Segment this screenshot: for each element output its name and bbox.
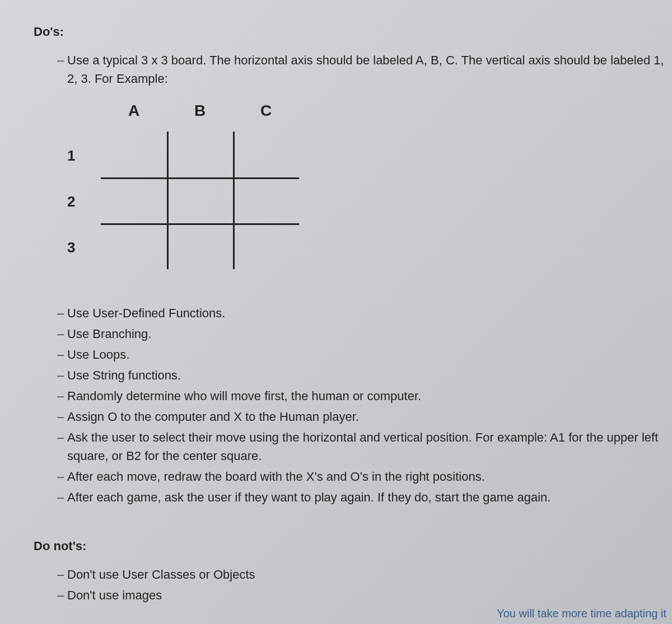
tic-tac-toe-grid: 1 2 3	[101, 132, 299, 269]
donot-item-text: Don't use User Classes or Objects	[67, 565, 672, 584]
list-item: – After each move, redraw the board with…	[57, 467, 672, 486]
col-header-b: B	[167, 99, 233, 123]
list-item: – Use String functions.	[57, 366, 672, 384]
do-item-text: Randomly determine who will move first, …	[67, 387, 672, 405]
do-item-text: Ask the user to select their move using …	[67, 428, 672, 465]
do-item-text: Use Loops.	[67, 345, 672, 364]
do-item-text: Use a typical 3 x 3 board. The horizonta…	[67, 51, 672, 88]
row-header-2: 2	[67, 191, 75, 213]
list-item: – After each game, ask the user if they …	[57, 488, 672, 506]
do-item-text: After each move, redraw the board with t…	[67, 467, 672, 486]
bullet-dash: –	[57, 304, 67, 322]
dos-heading: Do's:	[34, 22, 672, 41]
list-item: – Ask the user to select their move usin…	[57, 428, 672, 465]
bullet-dash: –	[57, 366, 67, 384]
list-item: – Randomly determine who will move first…	[57, 387, 672, 405]
bullet-dash: –	[57, 345, 67, 364]
bullet-dash: –	[57, 586, 67, 604]
list-item: – Use Loops.	[57, 345, 672, 364]
list-item: – Use User-Defined Functions.	[57, 304, 672, 322]
bullet-dash: –	[57, 51, 67, 69]
bullet-dash: –	[57, 387, 67, 405]
dos-list: – Use a typical 3 x 3 board. The horizon…	[34, 51, 672, 88]
bullet-dash: –	[57, 407, 67, 426]
do-item-text: Use String functions.	[67, 366, 672, 384]
list-item: – Use Branching.	[57, 325, 672, 343]
list-item: – Don't use User Classes or Objects	[57, 565, 672, 584]
list-item: – Don't use images	[57, 586, 672, 604]
bullet-dash: –	[57, 325, 67, 343]
bullet-dash: –	[57, 467, 67, 486]
bullet-dash: –	[57, 565, 67, 584]
list-item: – Assign O to the computer and X to the …	[57, 407, 672, 426]
donots-list: – Don't use User Classes or Objects – Do…	[34, 565, 672, 604]
row-header-3: 3	[67, 237, 75, 259]
dos-list-continued: – Use User-Defined Functions. – Use Bran…	[34, 304, 672, 506]
list-item: – Use a typical 3 x 3 board. The horizon…	[57, 51, 672, 88]
do-item-text: Use User-Defined Functions.	[67, 304, 672, 322]
col-header-a: A	[101, 99, 167, 123]
donots-heading: Do not's:	[34, 537, 672, 555]
example-board: A B C 1 2 3	[67, 99, 672, 269]
do-item-text: Assign O to the computer and X to the Hu…	[67, 407, 672, 426]
bullet-dash: –	[57, 488, 67, 506]
column-headers: A B C	[101, 99, 672, 123]
col-header-c: C	[233, 99, 299, 123]
cutoff-text: You will take more time adapting it	[497, 605, 666, 622]
row-header-1: 1	[67, 145, 75, 167]
do-item-text: Use Branching.	[67, 325, 672, 343]
donot-item-text: Don't use images	[67, 586, 672, 604]
bullet-dash: –	[57, 428, 67, 447]
do-item-text: After each game, ask the user if they wa…	[67, 488, 672, 506]
